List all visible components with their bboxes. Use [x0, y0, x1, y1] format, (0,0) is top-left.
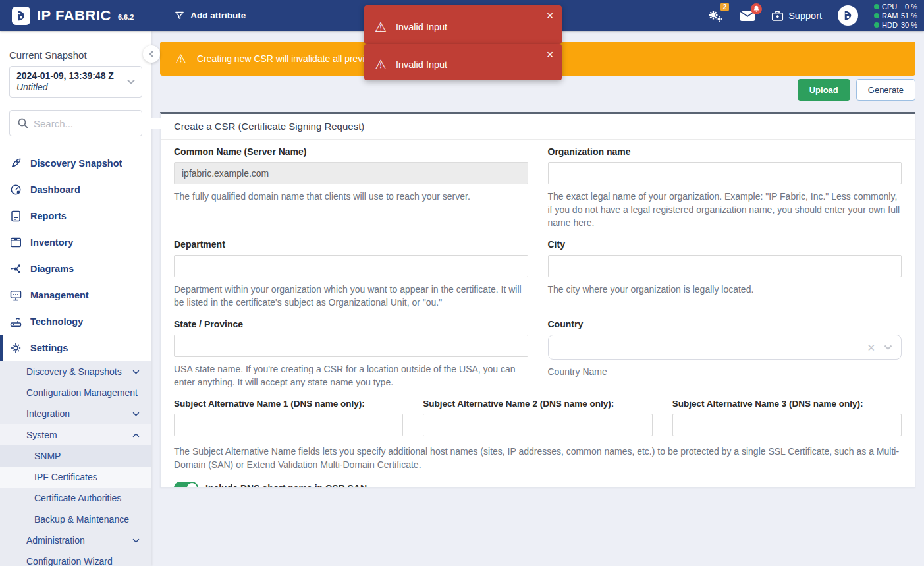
- toast-title: Invalid Input: [396, 22, 447, 32]
- add-attribute-button[interactable]: Add attribute: [175, 11, 246, 20]
- san2-label: Subject Alternative Name 2 (DNS name onl…: [423, 399, 652, 409]
- organization-help: The exact legal name of your organizatio…: [548, 190, 902, 229]
- hdd-stat: HDD 30 %: [874, 21, 917, 29]
- notifications-button[interactable]: [740, 10, 755, 22]
- submenu-system[interactable]: System: [0, 424, 151, 445]
- san1-input[interactable]: [174, 414, 403, 436]
- csr-card: Create a CSR (Certificate Signing Reques…: [160, 112, 915, 488]
- search-input[interactable]: [34, 118, 165, 129]
- san3-label: Subject Alternative Name 3 (DNS name onl…: [672, 399, 902, 409]
- search-icon: [18, 118, 28, 128]
- department-field-group: Department Department within your organi…: [174, 239, 528, 309]
- nav-label: Discovery Snapshot: [30, 158, 122, 169]
- main-content: ⚠ Creating new CSR will invalidate all p…: [151, 31, 924, 566]
- san3-field-group: Subject Alternative Name 3 (DNS name onl…: [672, 399, 902, 436]
- snapshot-name: Untitled: [16, 82, 127, 93]
- filter-funnel-icon: [175, 11, 184, 20]
- support-button[interactable]: Support: [771, 10, 822, 22]
- city-help: The city where your organization is lega…: [548, 283, 902, 296]
- nav-label: Technology: [30, 316, 83, 327]
- toast-invalid-input-1: ⚠ Invalid Input ✕: [364, 5, 562, 44]
- san2-input[interactable]: [423, 414, 652, 436]
- toast-invalid-input-2: ⚠ Invalid Input ✕: [364, 44, 562, 80]
- department-label: Department: [174, 239, 528, 250]
- submenu-discovery-snapshots[interactable]: Discovery & Snapshots: [0, 361, 151, 382]
- report-icon: [9, 210, 22, 222]
- submenu-ipf-certificates[interactable]: IPF Certificates: [0, 467, 151, 488]
- settings-badge: 2: [720, 3, 730, 11]
- nav-label: Reports: [30, 211, 67, 221]
- san1-field-group: Subject Alternative Name 1 (DNS name onl…: [174, 399, 403, 436]
- san3-input[interactable]: [672, 414, 902, 436]
- state-input[interactable]: [174, 335, 528, 357]
- sidebar-item-management[interactable]: Management: [0, 282, 151, 308]
- submenu-integration[interactable]: Integration: [0, 403, 151, 424]
- country-label: Country: [548, 319, 902, 329]
- submenu-snmp[interactable]: SNMP: [0, 445, 151, 467]
- sidebar-collapse-button[interactable]: [143, 45, 160, 63]
- submenu-configuration-wizard[interactable]: Configuration Wizard: [0, 551, 151, 566]
- generate-button[interactable]: Generate: [856, 79, 915, 101]
- organization-label: Organization name: [548, 146, 902, 157]
- chevron-down-icon: [884, 345, 892, 350]
- department-help: Department within your organization whic…: [174, 283, 528, 309]
- sidebar-item-discovery-snapshot[interactable]: Discovery Snapshot: [0, 150, 151, 177]
- hdd-status-dot: [874, 22, 879, 28]
- brand-name: IP FABRIC: [37, 7, 111, 24]
- san-help-text: The Subject Alternative Name fields lets…: [174, 445, 902, 471]
- organization-input[interactable]: [548, 162, 902, 184]
- organization-field-group: Organization name The exact legal name o…: [548, 146, 902, 229]
- nav-label: Management: [30, 290, 89, 300]
- router-icon: [9, 316, 22, 327]
- system-settings-button[interactable]: 2: [707, 9, 724, 23]
- sidebar-item-reports[interactable]: Reports: [0, 203, 151, 229]
- nav-label: Settings: [30, 343, 68, 353]
- dns-short-name-row: Include DNS short name in CSR SAN: [174, 482, 902, 488]
- cpu-stat: CPU 0 %: [874, 3, 917, 11]
- user-avatar[interactable]: [838, 5, 858, 26]
- rocket-icon: [9, 157, 22, 169]
- submenu-administration[interactable]: Administration: [0, 530, 151, 551]
- sidebar-item-settings[interactable]: Settings: [0, 335, 151, 361]
- diagram-icon: [9, 263, 22, 275]
- submenu-backup-maintenance[interactable]: Backup & Maintenance: [0, 509, 151, 530]
- add-attribute-label: Add attribute: [190, 11, 246, 20]
- sidebar-item-inventory[interactable]: Inventory: [0, 229, 151, 256]
- country-field-group: Country ✕ Country Name: [548, 319, 902, 389]
- warning-triangle-icon: ⚠: [375, 20, 387, 34]
- close-icon[interactable]: ✕: [546, 11, 554, 20]
- department-input[interactable]: [174, 255, 528, 277]
- sidebar-item-dashboard[interactable]: Dashboard: [0, 177, 151, 203]
- san1-label: Subject Alternative Name 1 (DNS name onl…: [174, 399, 403, 409]
- submenu-configuration-management[interactable]: Configuration Management: [0, 382, 151, 403]
- ram-status-dot: [874, 13, 879, 18]
- chevron-up-icon: [132, 433, 140, 438]
- sidebar-item-technology[interactable]: Technology: [0, 308, 151, 335]
- close-icon[interactable]: ✕: [546, 50, 554, 59]
- support-label: Support: [788, 11, 822, 21]
- system-stats: CPU 0 % RAM 51 % HDD 30 %: [874, 3, 917, 29]
- nav-label: Inventory: [30, 237, 73, 248]
- common-name-field-group: Common Name (Server Name) The fully qual…: [174, 146, 528, 229]
- nav-label: Dashboard: [30, 184, 80, 195]
- state-help: USA state name. If you're creating a CSR…: [174, 362, 528, 389]
- snapshot-selector[interactable]: 2024-01-09, 13:39:48 Z Untitled: [9, 66, 142, 98]
- submenu-certificate-authorities[interactable]: Certificate Authorities: [0, 488, 151, 509]
- current-snapshot-label: Current Snapshot: [0, 31, 151, 66]
- chevron-down-icon: [132, 538, 140, 543]
- sidebar-item-diagrams[interactable]: Diagrams: [0, 256, 151, 282]
- snapshot-date: 2024-01-09, 13:39:48 Z: [16, 71, 127, 82]
- dns-short-name-toggle[interactable]: [174, 482, 198, 488]
- common-name-input: [174, 162, 528, 184]
- warning-triangle-icon: ⚠: [375, 58, 387, 71]
- upload-button[interactable]: Upload: [798, 79, 850, 101]
- gear-icon: [9, 342, 22, 354]
- city-field-group: City The city where your organization is…: [548, 239, 902, 309]
- country-select[interactable]: ✕: [548, 335, 902, 360]
- city-input[interactable]: [548, 255, 902, 277]
- inventory-icon: [9, 237, 22, 248]
- city-label: City: [548, 239, 902, 250]
- banner-text: Creating new CSR will invalidate all pre…: [197, 53, 386, 64]
- clear-icon[interactable]: ✕: [867, 343, 875, 353]
- state-label: State / Province: [174, 319, 528, 329]
